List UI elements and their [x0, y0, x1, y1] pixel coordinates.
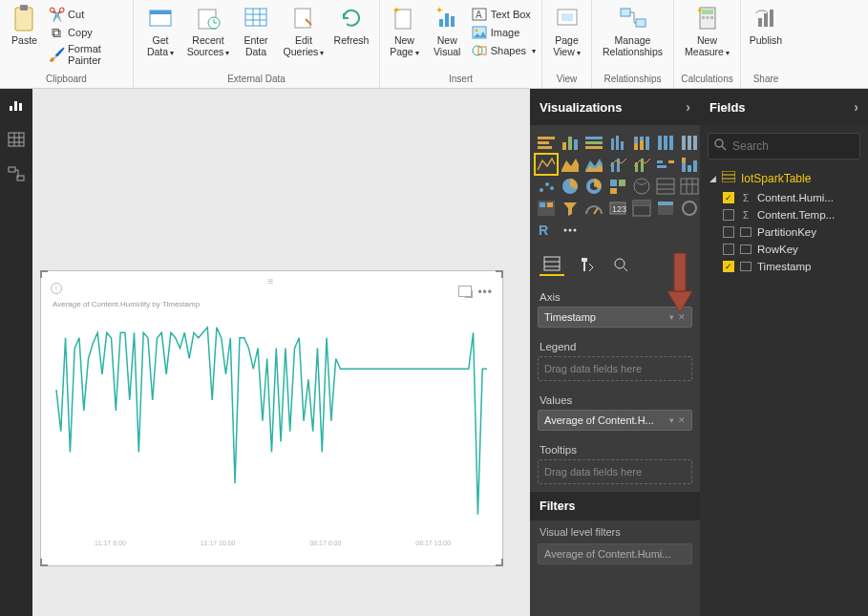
viz-type-icon[interactable]: [560, 199, 581, 218]
resize-handle-tr[interactable]: [496, 270, 503, 278]
viz-type-icon[interactable]: [560, 133, 581, 152]
viz-type-icon[interactable]: [583, 177, 604, 196]
viz-type-icon[interactable]: [536, 133, 557, 152]
checkbox[interactable]: [723, 244, 734, 255]
filters-header[interactable]: Filters: [530, 492, 700, 520]
viz-type-icon[interactable]: 123: [607, 199, 628, 218]
tooltips-dropzone[interactable]: Drag data fields here: [538, 459, 692, 484]
drag-grip[interactable]: ≡: [268, 276, 276, 287]
resize-handle-bl[interactable]: [40, 559, 48, 566]
values-well: Values Average of Content.H... ▾✕: [530, 389, 700, 438]
remove-field-icon[interactable]: ✕: [678, 415, 686, 425]
checkbox[interactable]: ✓: [723, 192, 734, 203]
viz-type-icon[interactable]: R: [536, 221, 557, 240]
edit-queries-button[interactable]: Edit Queries: [281, 2, 327, 59]
format-painter-button[interactable]: 🖌️Format Painter: [47, 42, 129, 67]
visual-filter-pill[interactable]: Average of Content.Humi...: [538, 543, 692, 564]
legend-well: Legend Drag data fields here: [530, 335, 700, 389]
chevron-down-icon[interactable]: ▾: [669, 415, 674, 425]
viz-type-icon[interactable]: [631, 199, 652, 218]
refresh-icon: [336, 4, 367, 32]
resize-handle-br[interactable]: [496, 559, 503, 566]
report-canvas[interactable]: ≡ i ••• Average of Content.Humidity by T…: [32, 89, 530, 616]
fields-tab[interactable]: [540, 253, 564, 276]
field-name: Content.Temp...: [757, 209, 835, 221]
viz-type-icon[interactable]: [679, 133, 700, 152]
search-input[interactable]: [732, 139, 854, 153]
viz-type-icon[interactable]: [583, 199, 604, 218]
viz-type-icon[interactable]: [655, 155, 676, 174]
text-box-button[interactable]: AText Box: [470, 6, 538, 23]
svg-point-118: [574, 229, 577, 232]
new-visual-button[interactable]: ✦New Visual: [427, 2, 468, 59]
viz-type-icon[interactable]: [607, 133, 628, 152]
viz-type-icon[interactable]: [631, 177, 652, 196]
new-measure-button[interactable]: ✦New Measure: [678, 2, 736, 59]
viz-type-icon[interactable]: [631, 155, 652, 174]
svg-rect-39: [19, 103, 22, 111]
image-button[interactable]: Image: [470, 24, 538, 41]
get-data-button[interactable]: Get Data: [138, 2, 183, 59]
fields-search[interactable]: [708, 133, 860, 159]
legend-dropzone[interactable]: Drag data fields here: [538, 356, 692, 381]
refresh-button[interactable]: Refresh: [328, 2, 374, 48]
field-row[interactable]: ✓Timestamp: [700, 258, 868, 275]
viz-type-icon[interactable]: [560, 177, 581, 196]
shapes-button[interactable]: Shapes▾: [470, 42, 538, 59]
viz-type-icon[interactable]: [655, 199, 676, 218]
checkbox[interactable]: ✓: [723, 261, 734, 272]
info-icon[interactable]: i: [51, 283, 62, 294]
axis-field-pill[interactable]: Timestamp ▾✕: [538, 307, 692, 328]
viz-type-icon[interactable]: [679, 155, 700, 174]
viz-type-icon[interactable]: [655, 133, 676, 152]
values-field-pill[interactable]: Average of Content.H... ▾✕: [538, 410, 692, 431]
field-row[interactable]: RowKey: [700, 241, 868, 258]
paste-button[interactable]: Paste: [4, 2, 45, 48]
viz-type-icon[interactable]: [560, 221, 581, 240]
shapes-icon: [472, 43, 487, 58]
more-options-icon[interactable]: •••: [477, 286, 493, 299]
viz-type-icon[interactable]: [679, 177, 700, 196]
viz-type-icon[interactable]: [607, 177, 628, 196]
field-row[interactable]: ✓ΣContent.Humi...: [700, 189, 868, 206]
viz-type-icon[interactable]: [679, 199, 700, 218]
field-row[interactable]: ΣContent.Temp...: [700, 206, 868, 223]
recent-sources-button[interactable]: Recent Sources: [185, 2, 231, 59]
manage-relationships-button[interactable]: Manage Relationships: [596, 2, 669, 59]
cut-button[interactable]: ✂️Cut: [47, 6, 129, 23]
viz-type-icon[interactable]: [560, 155, 581, 174]
svg-rect-94: [610, 188, 617, 194]
line-chart-visual[interactable]: ≡ i ••• Average of Content.Humidity by T…: [40, 270, 503, 566]
focus-mode-icon[interactable]: [458, 286, 472, 297]
chevron-down-icon[interactable]: ▾: [669, 312, 674, 322]
visualizations-header[interactable]: Visualizations ›: [530, 89, 700, 125]
table-node[interactable]: ◢ IotSparkTable: [700, 167, 868, 189]
viz-type-icon[interactable]: [536, 199, 557, 218]
analytics-tab[interactable]: [608, 253, 633, 276]
checkbox[interactable]: [723, 209, 734, 221]
new-page-button[interactable]: ✦New Page: [384, 2, 425, 59]
svg-rect-32: [710, 16, 713, 19]
copy-button[interactable]: ⧉Copy: [47, 24, 129, 41]
viz-type-icon[interactable]: [536, 155, 557, 174]
svg-rect-84: [688, 165, 691, 172]
svg-rect-63: [621, 141, 624, 150]
viz-type-icon[interactable]: [583, 155, 604, 174]
remove-field-icon[interactable]: ✕: [678, 312, 686, 322]
report-view-button[interactable]: [7, 96, 26, 114]
viz-type-icon[interactable]: [536, 177, 557, 196]
checkbox[interactable]: [723, 226, 734, 238]
fields-header[interactable]: Fields ›: [700, 89, 868, 125]
viz-type-icon[interactable]: [607, 155, 628, 174]
enter-data-button[interactable]: Enter Data: [233, 2, 279, 59]
page-view-button[interactable]: Page View: [546, 2, 587, 59]
resize-handle-tl[interactable]: [40, 270, 48, 278]
data-view-button[interactable]: [7, 131, 26, 148]
viz-type-icon[interactable]: [583, 133, 604, 152]
format-tab[interactable]: [574, 253, 599, 276]
viz-type-icon[interactable]: [655, 177, 676, 196]
viz-type-icon[interactable]: [631, 133, 652, 152]
model-view-button[interactable]: [7, 165, 26, 182]
publish-button[interactable]: Publish: [745, 2, 787, 48]
field-row[interactable]: PartitionKey: [700, 223, 868, 241]
